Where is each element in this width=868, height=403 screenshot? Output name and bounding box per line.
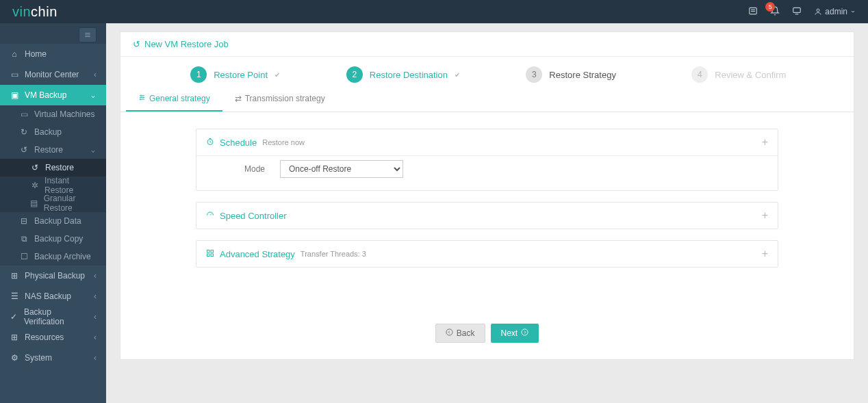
step-review-confirm[interactable]: 4 Review & Confirm <box>665 66 813 83</box>
back-button[interactable]: Back <box>435 324 485 343</box>
menu-toggle-row <box>0 23 106 44</box>
arrow-left-icon <box>446 328 453 338</box>
sidebar-item-label: Backup Archive <box>34 252 91 261</box>
sidebar-item-label: Home <box>25 49 47 59</box>
tab-label: General strategy <box>149 94 210 103</box>
list-icon[interactable] <box>748 6 758 18</box>
sidebar-item-backup-copy[interactable]: ⧉Backup Copy <box>0 230 106 248</box>
wizard-card: ↺ New VM Restore Job 1 Restore Point ✔ 2… <box>120 31 854 360</box>
mode-select[interactable]: Once-off Restore <box>280 160 403 178</box>
sidebar-item-label: Restore <box>34 145 63 155</box>
back-label: Back <box>457 328 475 338</box>
sidebar: ⌂ Home ▭ Monitor Center ‹ ▣ VM Backup ⌄ … <box>0 23 106 403</box>
user-label: admin <box>825 7 847 16</box>
sidebar-item-label: Restore <box>45 163 74 172</box>
svg-rect-20 <box>207 250 210 252</box>
verify-icon: ✓ <box>10 312 18 322</box>
panel-speed-controller: Speed Controller + <box>196 202 778 229</box>
sidebar-item-backup-archive[interactable]: ☐Backup Archive <box>0 248 106 265</box>
svg-line-19 <box>210 213 212 215</box>
sidebar-item-restore-sub[interactable]: ↺Restore <box>0 159 106 177</box>
arrow-right-icon <box>521 328 528 338</box>
instant-icon: ✲ <box>30 181 39 190</box>
sidebar-item-backup-verification[interactable]: ✓Backup Verification‹ <box>0 307 106 327</box>
sliders-icon <box>138 94 146 103</box>
sidebar-item-backup[interactable]: ↻Backup <box>0 123 106 141</box>
sidebar-item-label: Monitor Center <box>25 70 79 79</box>
svg-point-13 <box>142 97 144 99</box>
page-title: New VM Restore Job <box>144 39 229 49</box>
step-number: 3 <box>526 66 542 83</box>
main-content: ↺ New VM Restore Job 1 Restore Point ✔ 2… <box>106 23 868 403</box>
panel-schedule-body: Mode Once-off Restore <box>196 155 778 190</box>
panel-title: Advanced Strategy <box>220 249 295 259</box>
tab-label: Transmission strategy <box>245 94 325 103</box>
monitor-icon[interactable] <box>792 6 802 18</box>
archive-icon: ☐ <box>19 252 29 261</box>
sidebar-vm-submenu: ▭Virtual Machines ↻Backup ↺Restore⌄ ↺Res… <box>0 105 106 265</box>
user-menu[interactable]: admin <box>814 7 856 16</box>
next-label: Next <box>501 328 518 338</box>
panel-advanced-header[interactable]: Advanced Strategy Transfer Threads: 3 + <box>196 241 778 267</box>
svg-point-14 <box>140 99 141 100</box>
step-number: 4 <box>691 66 708 83</box>
sidebar-item-nas-backup[interactable]: ☰NAS Backup‹ <box>0 286 106 307</box>
sidebar-item-physical-backup[interactable]: ⊞Physical Backup‹ <box>0 265 106 286</box>
step-restore-strategy[interactable]: 3 Restore Strategy <box>498 66 645 83</box>
notification-icon[interactable]: 5 <box>770 6 780 18</box>
next-button[interactable]: Next <box>491 324 539 343</box>
svg-rect-21 <box>211 250 214 252</box>
sidebar-item-vm-backup[interactable]: ▣ VM Backup ⌄ <box>0 85 106 105</box>
sidebar-item-label: Granular Restore <box>44 194 97 213</box>
sidebar-item-monitor-center[interactable]: ▭ Monitor Center ‹ <box>0 64 106 85</box>
menu-toggle-button[interactable] <box>79 27 97 42</box>
sidebar-item-backup-data[interactable]: ⊟Backup Data <box>0 212 106 230</box>
tab-transmission-strategy[interactable]: ⇄ Transmission strategy <box>222 87 337 112</box>
monitor-center-icon: ▭ <box>10 70 19 79</box>
sidebar-item-instant-restore[interactable]: ✲Instant Restore <box>0 177 106 194</box>
step-restore-point[interactable]: 1 Restore Point ✔ <box>162 66 309 83</box>
granular-icon: ▤ <box>30 198 38 208</box>
step-restore-destination[interactable]: 2 Restore Destination ✔ <box>329 66 476 83</box>
sidebar-item-home[interactable]: ⌂ Home <box>0 44 106 64</box>
refresh-icon: ↻ <box>19 127 29 137</box>
panel-schedule-header[interactable]: Schedule Restore now + <box>196 129 778 155</box>
sidebar-item-resources[interactable]: ⊞Resources‹ <box>0 327 106 348</box>
sidebar-item-system[interactable]: ⚙System‹ <box>0 348 106 368</box>
chevron-down-icon: ⌄ <box>90 90 97 100</box>
chevron-left-icon: ‹ <box>94 333 97 342</box>
plus-icon: + <box>762 248 768 260</box>
page-header: ↺ New VM Restore Job <box>120 32 854 57</box>
sidebar-item-granular-restore[interactable]: ▤Granular Restore <box>0 194 106 212</box>
clock-icon <box>206 138 214 148</box>
gauge-icon <box>206 211 214 221</box>
restore-job-icon: ↺ <box>133 39 140 49</box>
sidebar-item-label: Backup Verification <box>24 307 88 326</box>
panel-title: Speed Controller <box>220 211 287 221</box>
restore-icon: ↺ <box>30 163 40 172</box>
svg-line-17 <box>210 142 212 142</box>
panel-schedule: Schedule Restore now + Mode Once-off Res… <box>196 129 778 191</box>
top-bar-right: 5 admin <box>748 6 856 18</box>
plus-icon: + <box>762 209 768 222</box>
sidebar-item-restore[interactable]: ↺Restore⌄ <box>0 141 106 159</box>
tab-general-strategy[interactable]: General strategy <box>126 87 222 112</box>
svg-rect-22 <box>207 254 210 257</box>
step-label: Restore Point <box>214 70 268 80</box>
notification-badge: 5 <box>765 2 775 12</box>
step-number: 2 <box>346 66 363 83</box>
svg-rect-23 <box>211 254 214 257</box>
wizard-footer: Back Next <box>120 313 854 359</box>
svg-point-12 <box>140 95 142 96</box>
svg-rect-3 <box>793 8 801 12</box>
step-label: Restore Destination <box>370 70 448 80</box>
sidebar-item-label: Backup Copy <box>34 234 83 244</box>
sidebar-item-virtual-machines[interactable]: ▭Virtual Machines <box>0 105 106 123</box>
chevron-left-icon: ‹ <box>94 70 97 79</box>
vm-backup-icon: ▣ <box>10 90 19 100</box>
panel-advanced-strategy: Advanced Strategy Transfer Threads: 3 + <box>196 240 778 268</box>
plus-icon: + <box>762 136 768 148</box>
sidebar-item-label: Backup Data <box>34 216 81 226</box>
chevron-left-icon: ‹ <box>94 271 97 281</box>
panel-speed-header[interactable]: Speed Controller + <box>196 203 778 229</box>
